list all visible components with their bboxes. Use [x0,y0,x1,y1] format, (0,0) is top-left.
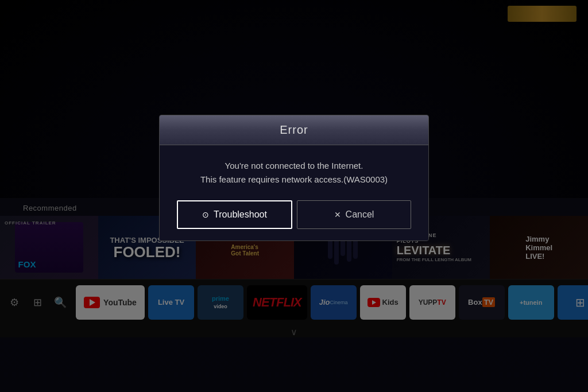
dialog-message-line1: You're not connected to the Internet. [177,159,411,173]
error-dialog: Error You're not connected to the Intern… [159,115,429,241]
dialog-buttons: ⊙ Troubleshoot ✕ Cancel [177,200,411,229]
dialog-title-bar: Error [160,115,428,145]
wifi-icon: ⊙ [202,210,209,219]
cancel-label: Cancel [346,209,374,220]
x-mark-icon: ✕ [334,210,341,219]
dialog-message: You're not connected to the Internet. Th… [177,159,411,187]
dialog-body: You're not connected to the Internet. Th… [160,145,428,240]
troubleshoot-label: Troubleshoot [214,209,267,220]
dialog-title: Error [280,123,308,136]
troubleshoot-button[interactable]: ⊙ Troubleshoot [177,200,292,229]
cancel-button[interactable]: ✕ Cancel [297,200,411,229]
dialog-message-line2: This feature requires network access.(WA… [177,173,411,187]
